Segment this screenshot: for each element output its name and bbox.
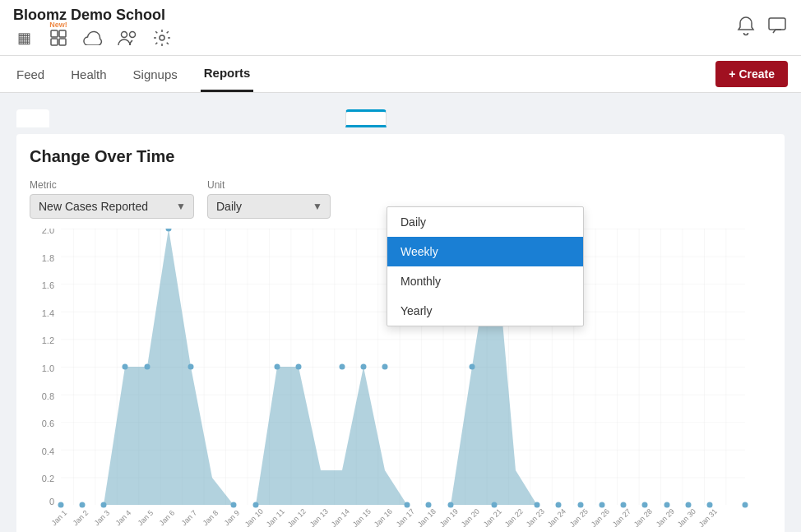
svg-rect-3 <box>59 39 66 45</box>
data-point <box>145 364 150 370</box>
data-point <box>600 502 605 508</box>
data-point <box>231 502 237 508</box>
gear-icon[interactable] <box>151 27 173 49</box>
header-icons: ▦ New! <box>13 27 173 49</box>
data-point <box>448 502 454 508</box>
data-point <box>707 502 713 508</box>
content: Change Over Time Metric New Cases Report… <box>0 93 801 532</box>
header-right <box>735 15 788 41</box>
svg-text:1.6: 1.6 <box>42 280 54 290</box>
unit-select[interactable]: Daily <box>207 194 331 219</box>
metric-control: Metric New Cases Reported ▼ <box>30 179 194 219</box>
unit-dropdown: Daily Weekly Monthly Yearly <box>387 206 584 326</box>
dropdown-option-yearly[interactable]: Yearly <box>387 296 583 326</box>
data-point <box>80 502 86 508</box>
nav-reports[interactable]: Reports <box>201 56 254 92</box>
data-point <box>621 502 627 508</box>
svg-point-6 <box>160 35 164 40</box>
svg-text:Jan 6: Jan 6 <box>158 509 177 528</box>
tab-item-1[interactable] <box>16 109 49 127</box>
unit-label: Unit <box>207 179 331 191</box>
header-left: Bloomz Demo School ▦ New! <box>13 7 173 49</box>
unit-select-wrapper: Daily ▼ <box>207 194 331 219</box>
data-point <box>642 502 648 508</box>
nav-health[interactable]: Health <box>67 56 109 92</box>
svg-text:Jan 17: Jan 17 <box>395 507 416 529</box>
svg-rect-7 <box>769 18 785 30</box>
svg-text:Jan 2: Jan 2 <box>72 509 90 528</box>
svg-text:Jan 26: Jan 26 <box>590 507 611 529</box>
svg-text:1.8: 1.8 <box>42 253 54 263</box>
data-point <box>664 502 670 508</box>
new-badge: New! <box>49 21 67 29</box>
svg-text:Jan 10: Jan 10 <box>243 507 265 529</box>
svg-text:Jan 20: Jan 20 <box>460 507 481 529</box>
grid-icon[interactable]: ▦ <box>13 27 35 49</box>
svg-text:Jan 25: Jan 25 <box>568 507 590 529</box>
app-title: Bloomz Demo School <box>13 7 173 24</box>
data-point <box>296 364 302 370</box>
svg-text:Jan 4: Jan 4 <box>114 509 133 528</box>
metric-select[interactable]: New Cases Reported <box>30 194 194 219</box>
svg-text:Jan 8: Jan 8 <box>201 509 220 528</box>
tab-item-active[interactable] <box>345 109 387 127</box>
dropdown-option-monthly[interactable]: Monthly <box>387 266 583 296</box>
svg-text:1.2: 1.2 <box>42 335 54 345</box>
svg-text:Jan 9: Jan 9 <box>223 509 242 528</box>
svg-text:Jan 29: Jan 29 <box>655 507 676 529</box>
svg-text:Jan 21: Jan 21 <box>482 507 503 529</box>
svg-text:Jan 31: Jan 31 <box>697 507 719 529</box>
data-point <box>492 502 498 508</box>
data-point <box>743 502 748 508</box>
svg-text:Jan 15: Jan 15 <box>351 507 373 529</box>
svg-point-4 <box>122 32 127 38</box>
data-point <box>686 502 692 508</box>
header: Bloomz Demo School ▦ New! <box>0 0 801 56</box>
svg-text:2.0: 2.0 <box>42 229 54 235</box>
svg-text:Jan 27: Jan 27 <box>611 507 632 529</box>
data-point <box>123 364 128 370</box>
bell-icon[interactable] <box>735 15 757 41</box>
svg-text:Jan 12: Jan 12 <box>286 507 308 529</box>
svg-text:Jan 5: Jan 5 <box>137 509 155 528</box>
dropdown-option-daily[interactable]: Daily <box>387 207 583 237</box>
svg-text:Jan 3: Jan 3 <box>93 509 112 528</box>
tab-bar <box>16 109 785 127</box>
data-point <box>361 364 367 370</box>
svg-text:Jan 16: Jan 16 <box>373 507 394 529</box>
nav-left: Feed Health Signups Reports <box>13 56 253 92</box>
table-icon[interactable]: New! <box>48 27 69 49</box>
nav-feed[interactable]: Feed <box>13 56 48 92</box>
svg-text:Jan 1: Jan 1 <box>50 509 69 528</box>
svg-text:Jan 7: Jan 7 <box>180 509 199 528</box>
data-point <box>101 502 107 508</box>
data-point <box>535 502 540 508</box>
data-point <box>58 502 64 508</box>
cloud-icon[interactable] <box>82 27 104 49</box>
chart-section: Change Over Time Metric New Cases Report… <box>16 134 785 532</box>
svg-point-5 <box>130 32 136 38</box>
metric-label: Metric <box>30 179 194 191</box>
data-point <box>470 364 475 370</box>
dropdown-option-weekly[interactable]: Weekly <box>387 237 583 266</box>
data-point <box>188 364 194 370</box>
data-point <box>426 502 432 508</box>
svg-text:Jan 24: Jan 24 <box>546 507 567 529</box>
svg-text:Jan 19: Jan 19 <box>438 507 460 529</box>
create-button[interactable]: + Create <box>715 61 788 87</box>
svg-text:Jan 30: Jan 30 <box>676 507 697 529</box>
svg-text:1.4: 1.4 <box>42 308 54 318</box>
nav-signups[interactable]: Signups <box>130 56 181 92</box>
svg-text:Jan 14: Jan 14 <box>330 507 351 529</box>
svg-text:0: 0 <box>49 497 54 507</box>
nav: Feed Health Signups Reports + Create <box>0 56 801 93</box>
svg-text:Jan 11: Jan 11 <box>265 507 286 529</box>
svg-text:Jan 28: Jan 28 <box>632 507 654 529</box>
data-point <box>382 364 388 370</box>
chat-icon[interactable] <box>766 15 788 41</box>
people-icon[interactable] <box>117 27 138 49</box>
svg-text:0.8: 0.8 <box>42 391 54 401</box>
data-point <box>275 364 280 370</box>
data-point <box>340 364 345 370</box>
svg-text:Jan 22: Jan 22 <box>503 507 525 529</box>
